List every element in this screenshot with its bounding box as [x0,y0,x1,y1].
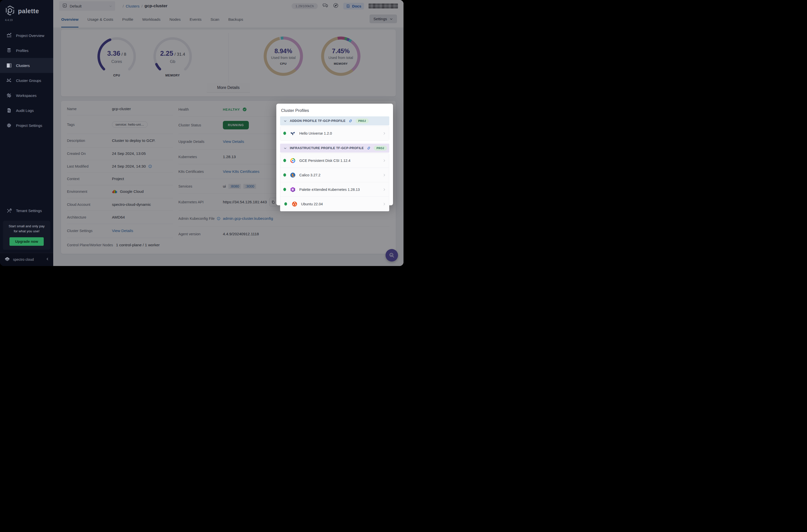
app-window: palette 4.4.19 Project Overview [0,0,404,266]
app-version: 4.4.19 [0,18,53,21]
project-settings-gear-icon [6,122,12,128]
calico-icon [289,172,296,178]
ubuntu-icon [291,201,298,207]
profile-link-icon [349,119,353,123]
pack-name: Calico 3.27.2 [299,173,382,177]
addon-profile-section-header[interactable]: ADDON PROFILE TF-GCP-PROFILE PROJ [280,116,389,126]
infrastructure-pack-list: GCE Persistent Disk CSI 1.12.4 [280,153,389,211]
promo-text: Start small and only pay for what you us… [4,224,49,234]
pack-row-gce-disk[interactable]: GCE Persistent Disk CSI 1.12.4 [280,153,389,168]
infrastructure-profile-section-header[interactable]: INFRASTRUCTURE PROFILE TF-GCP-PROFILE PR… [280,144,389,153]
sidebar-footer: spectro cloud [0,253,53,266]
palette-extended-kubernetes-icon [289,187,296,193]
tenant-settings-tools-icon [6,208,12,213]
audit-logs-icon [6,108,12,113]
upgrade-now-button[interactable]: Upgrade now [10,237,44,246]
sidebar-item-project-overview[interactable]: Project Overview [0,28,53,43]
pack-name: GCE Persistent Disk CSI 1.12.4 [299,158,382,163]
workspaces-icon [6,93,12,98]
brand-name: palette [18,7,39,15]
chevron-right-icon [382,202,386,206]
pack-status-dot [283,173,286,176]
sidebar-item-profiles[interactable]: Profiles [0,43,53,58]
sidebar-item-workspaces[interactable]: Workspaces [0,88,53,103]
clusters-icon [6,63,12,68]
sidebar-item-clusters[interactable]: Clusters [0,58,53,73]
cluster-groups-icon [6,78,12,83]
cluster-profiles-title: Cluster Profiles [281,108,389,113]
pack-name: Palette eXtended Kubernetes 1.28.13 [299,188,382,192]
spectro-cloud-logo-icon [4,256,11,263]
profile-link-icon [367,146,371,150]
sidebar-item-label: Cluster Groups [16,78,41,83]
sidebar-item-label: Project Settings [16,124,42,128]
cluster-profiles-panel: Cluster Profiles ADDON PROFILE TF-GCP-PR… [276,104,393,205]
sidebar-item-label: Tenant Settings [16,209,42,213]
sidebar-item-project-settings[interactable]: Project Settings [0,118,53,133]
pack-status-dot [283,159,286,162]
pack-row-calico[interactable]: Calico 3.27.2 [280,168,389,182]
pack-row-hello-universe[interactable]: Hello Universe 1.2.0 [280,126,389,140]
pack-row-ubuntu[interactable]: Ubuntu 22.04 [280,197,389,211]
pack-name: Hello Universe 1.2.0 [299,131,382,135]
proj-scope-badge: PROJ [374,146,387,151]
sidebar-item-label: Profiles [16,49,29,53]
section-header-label: INFRASTRUCTURE PROFILE TF-GCP-PROFILE [290,146,364,150]
sidebar-item-label: Clusters [16,63,30,68]
chevron-right-icon [382,173,386,177]
upgrade-promo: Start small and only pay for what you us… [3,221,50,250]
project-overview-icon [6,33,12,38]
chevron-right-icon [382,132,386,135]
hello-universe-icon [289,130,296,136]
sidebar-item-label: Audit Logs [16,108,34,113]
chevron-right-icon [382,159,386,162]
sidebar-item-label: Workspaces [16,93,36,98]
section-header-label: ADDON PROFILE TF-GCP-PROFILE [290,119,345,122]
sidebar-spacer [0,133,53,203]
pack-name: Ubuntu 22.04 [301,202,382,206]
proj-scope-badge: PROJ [356,118,369,124]
chevron-down-icon [284,147,287,150]
sidebar-item-audit-logs[interactable]: Audit Logs [0,103,53,118]
chevron-down-icon [284,119,287,122]
collapse-sidebar-chevron-icon[interactable] [46,257,49,262]
sidebar-item-label: Project Overview [16,34,44,38]
pack-status-dot [282,202,289,206]
addon-pack-list: Hello Universe 1.2.0 [280,126,389,140]
sidebar-menu: Project Overview Profiles [0,28,53,133]
chevron-right-icon [382,188,386,191]
pack-row-palette-extended-kubernetes[interactable]: Palette eXtended Kubernetes 1.28.13 [280,182,389,197]
palette-logo-icon [4,5,16,17]
pack-status-dot [283,132,286,135]
brand-logo: palette [0,0,53,18]
pack-status-dot [283,188,286,191]
sidebar-item-cluster-groups[interactable]: Cluster Groups [0,73,53,88]
sidebar: palette 4.4.19 Project Overview [0,0,53,266]
profiles-icon [6,48,12,53]
footer-brand-name: spectro cloud [13,258,43,262]
sidebar-item-tenant-settings[interactable]: Tenant Settings [0,203,53,218]
gce-persistent-disk-icon [289,158,296,164]
